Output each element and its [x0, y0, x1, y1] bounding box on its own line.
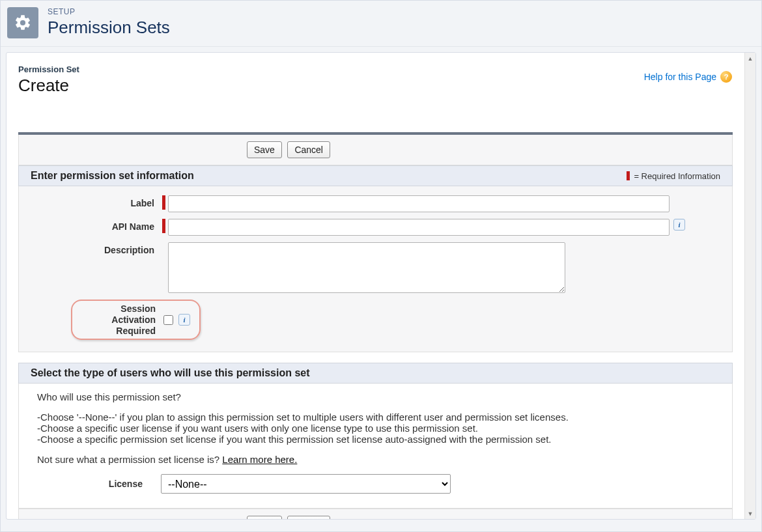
save-button[interactable]: Save — [247, 141, 282, 158]
header-eyebrow: SETUP — [48, 7, 170, 16]
license-label: License — [37, 479, 161, 489]
license-select[interactable]: --None-- — [161, 474, 451, 494]
content-panel: Permission Set Create Help for this Page… — [6, 52, 756, 520]
option2-text: -Choose a specific user license if you w… — [37, 423, 714, 434]
save-button[interactable]: Save — [247, 516, 282, 519]
top-button-bar: Save Cancel — [18, 135, 733, 165]
scroll-up-arrow-icon[interactable]: ▲ — [745, 53, 755, 64]
section2-title: Select the type of users who will use th… — [31, 367, 310, 379]
help-link[interactable]: Help for this Page ? — [644, 71, 732, 83]
description-textarea[interactable] — [168, 242, 565, 293]
cancel-button[interactable]: Cancel — [287, 516, 330, 519]
scroll-down-arrow-icon[interactable]: ▼ — [745, 508, 755, 519]
required-indicator-icon — [162, 219, 165, 233]
required-indicator-icon — [162, 195, 165, 210]
header-title: Permission Sets — [48, 18, 170, 38]
info-icon[interactable]: i — [673, 219, 685, 231]
required-bar-icon — [627, 171, 630, 180]
section1-title: Enter permission set information — [31, 170, 194, 182]
page-subheading: Permission Set — [18, 64, 733, 74]
learn-more-link[interactable]: Learn more here. — [222, 454, 297, 465]
api-name-input[interactable] — [168, 219, 670, 236]
info-icon[interactable]: i — [178, 314, 190, 326]
section1-form: Label API Name i Description Session Act… — [18, 186, 733, 352]
setup-header: SETUP Permission Sets — [1, 1, 761, 47]
required-legend: = Required Information — [627, 171, 720, 181]
label-input[interactable] — [168, 195, 670, 212]
description-field-label: Description — [38, 242, 162, 255]
gear-icon — [7, 7, 38, 38]
label-field-label: Label — [38, 195, 162, 208]
intro-text: Who will use this permission set? — [37, 391, 714, 402]
option3-text: -Choose a specific permission set licens… — [37, 434, 714, 445]
api-name-field-label: API Name — [38, 219, 162, 232]
session-activation-highlight: Session Activation Required i — [71, 300, 201, 340]
help-icon: ? — [720, 71, 732, 83]
session-activation-label: Session Activation Required — [79, 303, 163, 336]
section2-header: Select the type of users who will use th… — [18, 363, 733, 384]
help-link-text: Help for this Page — [644, 72, 716, 82]
learn-more-prefix: Not sure what a permission set license i… — [37, 454, 222, 465]
vertical-scrollbar[interactable]: ▲ ▼ — [744, 53, 755, 519]
session-activation-checkbox[interactable] — [163, 315, 173, 325]
section2-body: Who will use this permission set? -Choos… — [18, 384, 733, 509]
section1-header: Enter permission set information = Requi… — [18, 165, 733, 186]
cancel-button[interactable]: Cancel — [287, 141, 330, 158]
page-heading: Create — [18, 76, 733, 96]
bottom-button-bar: Save Cancel — [18, 509, 733, 519]
option1-text: -Choose '--None--' if you plan to assign… — [37, 412, 714, 423]
